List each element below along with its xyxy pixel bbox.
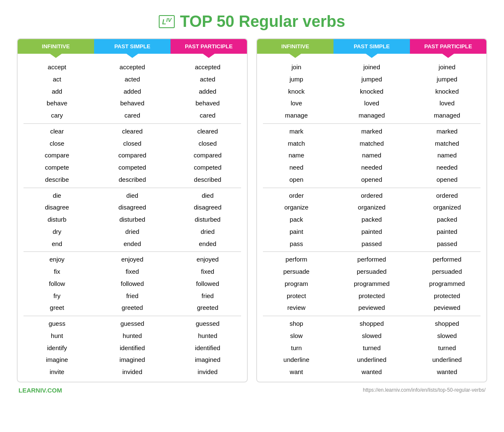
past-simple-cell: dried <box>94 226 170 238</box>
past-simple-cell: knocked <box>334 86 409 98</box>
past-participle-cell: opened <box>410 174 485 186</box>
page-container: LIV TOP 50 Regular verbs INFINITIVE PAST… <box>8 8 496 402</box>
past-simple-cell: matched <box>334 138 409 150</box>
infinitive-cell: dry <box>19 226 94 238</box>
past-participle-cell: protected <box>410 290 485 302</box>
infinitive-cell: pass <box>259 238 334 250</box>
left-header-past-participle: PAST PARTICIPLE <box>171 39 247 54</box>
past-participle-cell: needed <box>410 162 485 174</box>
infinitive-cell: behave <box>19 97 94 110</box>
past-participle-cell: cleared <box>170 126 245 138</box>
table-row: hunthuntedhunted <box>19 330 245 342</box>
table-row: greetgreetedgreeted <box>19 302 245 314</box>
right-header-past-participle: PAST PARTICIPLE <box>410 39 486 54</box>
past-simple-cell: joined <box>334 61 409 73</box>
past-participle-cell: turned <box>410 342 485 354</box>
past-simple-cell: peviewed <box>334 302 409 314</box>
past-participle-cell: packed <box>410 214 485 226</box>
infinitive-cell: review <box>259 302 334 314</box>
past-participle-cell: loved <box>410 97 485 110</box>
infinitive-cell: shop <box>259 318 334 330</box>
infinitive-cell: act <box>19 73 94 86</box>
table-row: orderorderedordered <box>259 190 485 202</box>
infinitive-cell: mark <box>259 126 334 138</box>
table-row: addaddedadded <box>19 86 245 98</box>
logo: LIV <box>159 15 175 28</box>
infinitive-cell: enjoy <box>19 254 94 266</box>
table-row: imagineimaginedimagined <box>19 354 245 366</box>
past-simple-cell: disturbed <box>94 214 170 226</box>
table-row: openopenedopened <box>259 174 485 186</box>
infinitive-cell: paint <box>259 226 334 238</box>
past-participle-cell: ordered <box>410 190 485 202</box>
infinitive-cell: compare <box>19 149 94 162</box>
past-simple-cell: acted <box>94 73 170 86</box>
infinitive-cell: disturb <box>19 214 94 226</box>
infinitive-cell: underline <box>259 354 334 366</box>
past-simple-cell: closed <box>94 138 170 150</box>
table-row: closeclosedclosed <box>19 138 245 150</box>
past-simple-cell: marked <box>334 126 409 138</box>
left-data-rows: acceptacceptedacceptedactactedactedaddad… <box>18 58 247 382</box>
past-simple-cell: jumped <box>334 73 409 86</box>
past-simple-cell: invided <box>94 366 170 378</box>
past-participle-cell: competed <box>170 162 245 174</box>
past-simple-cell: ordered <box>334 190 409 202</box>
infinitive-cell: hunt <box>19 330 94 342</box>
table-row: lovelovedloved <box>259 97 485 110</box>
past-participle-cell: jumped <box>410 73 485 86</box>
table-row: carycaredcared <box>19 110 245 122</box>
table-row: joinjoinedjoined <box>259 61 485 73</box>
past-simple-cell: opened <box>334 174 409 186</box>
past-simple-cell: packed <box>334 214 409 226</box>
past-participle-cell: passed <box>410 238 485 250</box>
infinitive-cell: manage <box>259 110 334 122</box>
table-row: shopshoppedshopped <box>259 318 485 330</box>
infinitive-cell: persuade <box>259 266 334 278</box>
infinitive-cell: accept <box>19 61 94 73</box>
past-participle-cell: peviewed <box>410 302 485 314</box>
right-header-infinitive: INFINITIVE <box>257 39 333 54</box>
main-title: TOP 50 Regular verbs <box>180 13 345 31</box>
table-row: programprogrammedprogrammed <box>259 278 485 290</box>
table-row: endendedended <box>19 238 245 250</box>
past-participle-cell: described <box>170 174 245 186</box>
table-row: needneededneeded <box>259 162 485 174</box>
infinitive-cell: guess <box>19 318 94 330</box>
past-participle-cell: acted <box>170 73 245 86</box>
table-row: diedieddied <box>19 190 245 202</box>
infinitive-cell: imagine <box>19 354 94 366</box>
infinitive-cell: jump <box>259 73 334 86</box>
past-participle-cell: slowed <box>410 330 485 342</box>
past-participle-cell: performed <box>410 254 485 266</box>
infinitive-cell: name <box>259 149 334 162</box>
table-row: behavebehavedbehaved <box>19 97 245 110</box>
row-divider <box>24 188 241 188</box>
infinitive-cell: greet <box>19 302 94 314</box>
past-participle-cell: knocked <box>410 86 485 98</box>
past-participle-cell: programmed <box>410 278 485 290</box>
table-row: disagreedisagreeddisagreed <box>19 202 245 214</box>
past-simple-cell: fried <box>94 290 170 302</box>
footer: LEARNIV.COM https://en.learniv.com/info/… <box>17 387 487 394</box>
past-participle-cell: ended <box>170 238 245 250</box>
past-simple-cell: described <box>94 174 170 186</box>
row-divider <box>24 251 241 252</box>
table-row: managemanagedmanaged <box>259 110 485 122</box>
table-row: knockknockedknocked <box>259 86 485 98</box>
right-col-headers: INFINITIVE PAST SIMPLE PAST PARTICIPLE <box>257 39 486 54</box>
table-row: comparecomparedcompared <box>19 149 245 162</box>
table-row: passpassedpassed <box>259 238 485 250</box>
past-simple-cell: behaved <box>94 97 170 110</box>
table-row: namenamednamed <box>259 149 485 162</box>
row-divider <box>263 188 480 188</box>
table-row: reviewpeviewedpeviewed <box>259 302 485 314</box>
infinitive-cell: close <box>19 138 94 150</box>
table-row: describedescribeddescribed <box>19 174 245 186</box>
table-row: matchmatchedmatched <box>259 138 485 150</box>
logo-sup: IV <box>166 17 172 23</box>
infinitive-cell: knock <box>259 86 334 98</box>
past-participle-cell: closed <box>170 138 245 150</box>
past-simple-cell: competed <box>94 162 170 174</box>
past-participle-cell: marked <box>410 126 485 138</box>
